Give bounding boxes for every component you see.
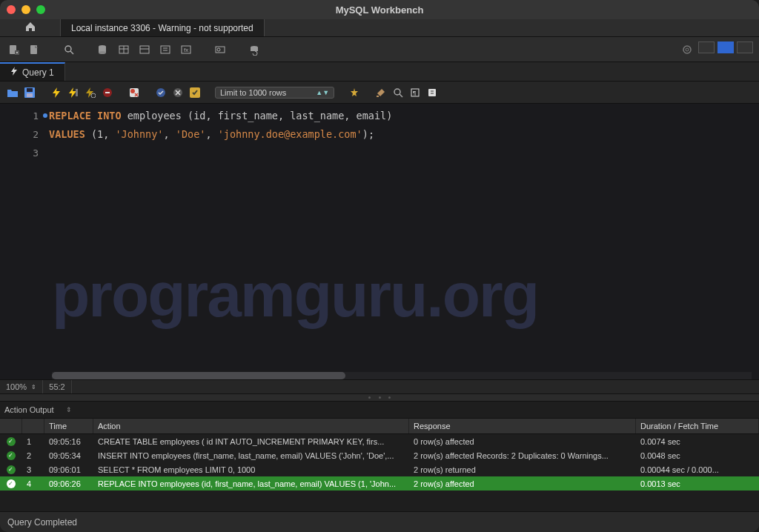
output-row[interactable]: ✓409:06:26REPLACE INTO employees (id, fi… [0,476,759,491]
editor-status-bar: 100% ⇕ 55:2 [0,379,759,394]
zoom-level[interactable]: 100% ⇕ [0,380,43,393]
create-table-icon[interactable] [116,41,132,58]
svg-rect-19 [251,47,258,51]
create-schema-icon[interactable] [95,41,111,58]
inspector-icon[interactable] [61,41,77,58]
open-sql-file-icon[interactable] [27,41,43,58]
sql-editor[interactable]: 1 2 3 REPLACE INTO employees (id, first_… [0,104,759,379]
save-file-icon[interactable] [23,86,36,99]
connection-tab[interactable]: Local instance 3306 - Warning - not supp… [61,19,265,36]
dropdown-arrows-icon: ▲▼ [316,89,329,96]
toggle-invisible-icon[interactable] [391,86,405,99]
home-tab[interactable] [0,19,61,36]
row-duration: 0.0048 sec [636,448,759,462]
query-tabs: Query 1 [0,62,759,82]
svg-point-17 [217,48,220,51]
row-duration: 0.0074 sec [636,434,759,448]
row-response: 2 row(s) affected Records: 2 Duplicates:… [409,448,636,462]
snippets-icon[interactable] [425,86,439,99]
toggle-output-panel[interactable] [717,41,734,53]
connection-tabbar: Local instance 3306 - Warning - not supp… [0,19,759,37]
row-response: 0 row(s) affected [409,434,636,448]
success-icon: ✓ [7,451,16,460]
wrap-icon[interactable]: ¶ [408,86,422,99]
row-duration: 0.00044 sec / 0.000... [636,462,759,476]
output-row[interactable]: ✓309:06:01SELECT * FROM employees LIMIT … [0,462,759,476]
svg-rect-28 [105,92,110,93]
svg-text:fx: fx [184,47,188,53]
stop-on-error-icon[interactable] [127,86,141,99]
connection-tab-label: Local instance 3306 - Warning - not supp… [71,23,253,33]
dropdown-icon: ⇕ [31,384,36,390]
reconnect-icon[interactable] [246,41,262,58]
query-tab[interactable]: Query 1 [0,62,65,81]
toggle-sidebar-right[interactable] [737,41,753,53]
svg-rect-23 [27,88,33,92]
svg-rect-11 [140,46,149,53]
limit-rows-select[interactable]: Limit to 1000 rows ▲▼ [215,87,334,99]
settings-icon[interactable] [679,41,695,58]
rollback-icon[interactable] [171,86,185,99]
find-icon[interactable] [212,41,228,58]
row-time: 09:05:16 [44,434,93,448]
output-table: Time Action Response Duration / Fetch Ti… [0,418,759,491]
row-index: 4 [22,476,44,491]
row-time: 09:05:34 [44,448,93,462]
output-row[interactable]: ✓109:05:16CREATE TABLE employees ( id IN… [0,434,759,448]
svg-rect-24 [27,93,33,97]
panel-splitter[interactable] [0,394,759,402]
row-action: CREATE TABLE employees ( id INT AUTO_INC… [93,434,409,448]
scrollbar-thumb[interactable] [52,372,345,379]
row-index: 1 [22,434,44,448]
query-tab-label: Query 1 [22,67,54,78]
success-icon: ✓ [7,437,16,446]
execute-current-icon[interactable] [67,86,80,99]
lightning-icon [10,67,18,78]
svg-text:¶: ¶ [413,90,416,96]
output-table-header: Time Action Response Duration / Fetch Ti… [0,418,759,434]
col-duration[interactable]: Duration / Fetch Time [636,419,759,433]
row-time: 09:06:01 [44,462,93,476]
stop-icon[interactable] [101,86,114,99]
new-sql-tab-icon[interactable] [6,41,22,58]
row-action: REPLACE INTO employees (id, first_name, … [93,476,409,491]
col-response[interactable]: Response [409,419,636,433]
svg-rect-25 [76,89,78,96]
create-function-icon[interactable]: fx [178,41,194,58]
explain-icon[interactable] [84,86,97,99]
row-response: 2 row(s) returned [409,462,636,476]
autocommit-icon[interactable] [188,86,202,99]
svg-rect-34 [377,96,379,97]
home-icon [24,21,36,34]
find-replace-icon[interactable] [374,86,388,99]
create-procedure-icon[interactable] [157,41,173,58]
toggle-sidebar-left[interactable] [698,41,715,53]
code-content[interactable]: REPLACE INTO employees (id, first_name, … [44,104,759,379]
output-mode-select[interactable]: Action Output [4,405,54,414]
beautify-icon[interactable] [348,86,361,99]
output-row[interactable]: ✓209:05:34INSERT INTO employees (first_n… [0,448,759,462]
horizontal-scrollbar[interactable] [52,372,752,379]
row-time: 09:06:26 [44,476,93,491]
main-toolbar: fx [0,37,759,62]
row-index: 2 [22,448,44,462]
commit-icon[interactable] [154,86,168,99]
svg-rect-39 [428,89,436,96]
line-gutter: 1 2 3 [0,104,44,379]
svg-line-4 [70,51,73,54]
execute-icon[interactable] [50,86,63,99]
open-file-icon[interactable] [6,86,19,99]
svg-point-20 [683,46,691,53]
limit-rows-label: Limit to 1000 rows [220,88,286,97]
dropdown-icon: ⇕ [66,406,72,413]
success-icon: ✓ [7,465,16,474]
col-time[interactable]: Time [44,419,93,433]
row-duration: 0.0013 sec [636,476,759,491]
status-bar: Query Completed [0,511,759,532]
svg-rect-13 [161,46,170,53]
col-action[interactable]: Action [93,419,409,433]
row-action: SELECT * FROM employees LIMIT 0, 1000 [93,462,409,476]
status-message: Query Completed [7,517,77,528]
svg-point-21 [686,48,689,51]
create-view-icon[interactable] [136,41,153,58]
